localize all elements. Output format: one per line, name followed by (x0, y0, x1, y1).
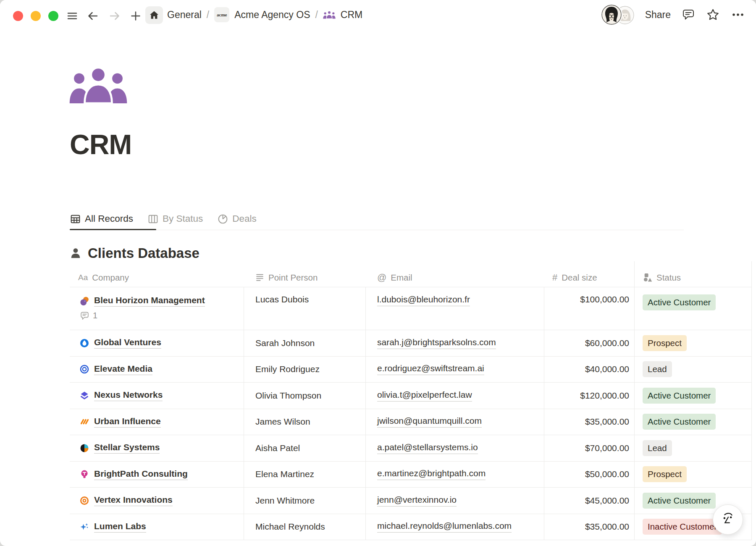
notion-ai-button[interactable] (713, 504, 743, 535)
point-person-cell[interactable]: Michael Reynolds (244, 514, 365, 540)
company-link[interactable]: Stellar Systems (94, 442, 160, 454)
home-icon (149, 10, 160, 21)
company-logo-elevate-media (80, 365, 89, 374)
email-cell[interactable]: e.rodriguez@swiftstream.ai (365, 357, 544, 383)
column-divider[interactable] (244, 287, 244, 540)
point-person-cell[interactable]: Aisha Patel (244, 435, 365, 461)
tab-label: By Status (163, 213, 203, 224)
company-link[interactable]: Elevate Media (94, 364, 152, 375)
person-icon (70, 247, 81, 259)
tab-by-status[interactable]: By Status (147, 209, 203, 229)
column-divider[interactable] (751, 261, 752, 540)
column-header-point-person[interactable]: Point Person (244, 268, 365, 287)
minimize-window-button[interactable] (31, 11, 41, 21)
company-link[interactable]: Bleu Horizon Management (94, 295, 205, 307)
comment-bubble-icon (80, 311, 89, 320)
email-cell[interactable]: jwilson@quantumquill.com (365, 409, 544, 435)
tab-deals[interactable]: Deals (217, 209, 257, 229)
sidebar-menu-icon[interactable] (66, 10, 79, 22)
deal-size-cell[interactable]: $40,000.00 (544, 357, 634, 383)
breadcrumb-crm[interactable]: CRM (341, 9, 362, 21)
deal-size-cell[interactable]: $50,000.00 (544, 462, 634, 488)
comments-icon[interactable] (682, 8, 695, 21)
zoom-window-button[interactable] (48, 11, 58, 21)
more-options-icon[interactable] (731, 8, 745, 21)
company-cell: Lumen Labs (70, 514, 244, 540)
deal-size-cell[interactable]: $60,000.00 (544, 330, 634, 356)
company-link[interactable]: Vertex Innovations (94, 495, 173, 506)
email-cell[interactable]: michael.reynolds@lumenlabs.com (365, 514, 544, 540)
point-person-cell[interactable]: Elena Martinez (244, 462, 365, 488)
deal-size-cell[interactable]: $70,000.00 (544, 435, 634, 461)
email-cell[interactable]: l.dubois@bleuhorizon.fr (365, 287, 544, 330)
deal-size-cell[interactable]: $100,000.00 (544, 287, 634, 330)
company-cell: BrightPath Consulting (70, 462, 244, 488)
email-cell[interactable]: olivia.t@pixelperfect.law (365, 383, 544, 409)
table-row: Global Ventures Sarah Johnson sarah.j@br… (70, 330, 752, 357)
status-cell[interactable]: Active Customer (634, 287, 752, 330)
number-hash-icon: # (552, 272, 557, 283)
comment-count[interactable]: 1 (80, 311, 97, 320)
deal-size-cell[interactable]: $35,000.00 (544, 514, 634, 540)
column-divider[interactable] (365, 287, 366, 540)
point-person-cell[interactable]: James Wilson (244, 409, 365, 435)
breadcrumb-acme-agency-os[interactable]: Acme Agency OS (234, 9, 310, 21)
new-tab-plus-icon[interactable] (129, 10, 142, 22)
forward-arrow-icon[interactable] (108, 10, 121, 22)
database-title: Clients Database (70, 245, 200, 261)
tab-label: All Records (85, 213, 133, 224)
status-cell[interactable]: Active Customer (634, 409, 752, 435)
tabs-divider (70, 230, 684, 230)
point-person-cell[interactable]: Olivia Thompson (244, 383, 365, 409)
status-cell[interactable]: Lead (634, 435, 752, 461)
breadcrumb-separator: / (315, 9, 318, 21)
email-cell[interactable]: a.patel@stellarsystems.io (365, 435, 544, 461)
page-icon-people[interactable] (69, 66, 128, 105)
table-row: Bleu Horizon Management 1 Lucas Dubois l… (70, 287, 752, 330)
company-link[interactable]: Nexus Networks (94, 390, 163, 401)
table-view-icon (70, 213, 81, 225)
company-logo-brightpath (80, 470, 89, 479)
column-divider[interactable] (634, 261, 635, 540)
status-cell[interactable]: Active Customer (634, 383, 752, 409)
collaborator-avatars[interactable] (601, 5, 634, 25)
email-cell[interactable]: e.martinez@brightpath.com (365, 462, 544, 488)
status-shapes-icon (643, 273, 652, 282)
company-link[interactable]: Global Ventures (94, 337, 161, 349)
deal-size-cell[interactable]: $35,000.00 (544, 409, 634, 435)
breadcrumb-general[interactable]: General (167, 9, 202, 21)
column-header-email[interactable]: @ Email (365, 268, 544, 287)
status-cell[interactable]: Prospect (634, 330, 752, 356)
close-window-button[interactable] (13, 11, 23, 21)
status-badge: Prospect (643, 466, 687, 482)
deal-size-cell[interactable]: $120,000.00 (544, 383, 634, 409)
status-badge: Active Customer (643, 294, 716, 310)
column-header-status[interactable]: Status (634, 268, 752, 287)
company-link[interactable]: BrightPath Consulting (94, 469, 188, 480)
home-button[interactable] (145, 6, 163, 24)
deal-size-cell[interactable]: $45,000.00 (544, 488, 634, 514)
back-arrow-icon[interactable] (87, 10, 99, 22)
table-row: BrightPath Consulting Elena Martinez e.m… (70, 462, 752, 488)
point-person-cell[interactable]: Jenn Whitmore (244, 488, 365, 514)
column-divider[interactable] (544, 287, 544, 540)
status-cell[interactable]: Prospect (634, 462, 752, 488)
point-person-cell[interactable]: Sarah Johnson (244, 330, 365, 356)
tab-all-records[interactable]: All Records (70, 209, 133, 229)
company-link[interactable]: Urban Influence (94, 416, 161, 428)
point-person-cell[interactable]: Lucas Dubois (244, 287, 365, 330)
company-link[interactable]: Lumen Labs (94, 521, 146, 533)
ai-face-icon (719, 511, 737, 528)
email-cell[interactable]: sarah.j@brightsparksolns.com (365, 330, 544, 356)
company-cell: Global Ventures (70, 330, 244, 356)
workspace-acme-badge[interactable]: acme (214, 7, 229, 22)
favorite-star-icon[interactable] (706, 8, 720, 22)
column-header-company[interactable]: Aa Company (70, 268, 244, 287)
column-header-deal-size[interactable]: # Deal size (544, 268, 634, 287)
company-logo-stellar-systems (80, 444, 89, 453)
status-cell[interactable]: Lead (634, 357, 752, 383)
company-cell: Vertex Innovations (70, 488, 244, 514)
email-cell[interactable]: jenn@vertexinnov.io (365, 488, 544, 514)
share-button[interactable]: Share (645, 9, 671, 21)
point-person-cell[interactable]: Emily Rodriguez (244, 357, 365, 383)
